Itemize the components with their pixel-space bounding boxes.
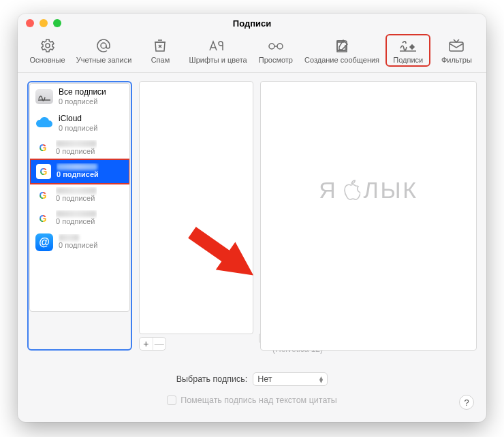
gear-icon <box>40 37 56 54</box>
add-button[interactable]: + <box>140 338 153 350</box>
minimize-button[interactable] <box>40 19 48 27</box>
close-button[interactable] <box>26 19 34 27</box>
account-item-google-selected[interactable]: G 0 подписей <box>29 159 130 184</box>
at-icon: @ <box>35 233 53 251</box>
account-name: iCloud <box>59 114 97 124</box>
redacted-text <box>57 163 97 170</box>
account-item-all[interactable]: Все подписи 0 подписей <box>30 84 129 110</box>
account-item-google[interactable]: G 0 подписей <box>30 207 129 230</box>
choose-signature-label: Выбрать подпись: <box>176 374 248 384</box>
tab-signatures[interactable]: Подписи <box>385 34 430 67</box>
redacted-text <box>56 187 97 194</box>
tab-label: Шрифты и цвета <box>189 56 247 64</box>
titlebar: Подписи <box>18 14 486 33</box>
signatures-list[interactable] <box>139 81 253 334</box>
tab-label: Основные <box>29 56 65 64</box>
account-count: 0 подписей <box>59 97 106 107</box>
tab-composing[interactable]: Создание сообщения <box>302 34 382 67</box>
google-icon: G <box>36 164 51 179</box>
svg-point-1 <box>101 43 106 48</box>
tab-label: Учетные записи <box>76 56 132 64</box>
add-remove-control: + — <box>139 337 166 351</box>
select-value: Нет <box>257 374 272 384</box>
tab-junk[interactable]: Спам <box>138 34 183 67</box>
toolbar: Основные Учетные записи Спам Шрифты и цв… <box>18 33 486 73</box>
zoom-button[interactable] <box>53 19 61 27</box>
tab-label: Подписи <box>393 56 423 64</box>
cloud-icon <box>35 114 53 132</box>
above-quote-label: Помещать подпись над текстом цитаты <box>180 395 337 405</box>
choose-signature-select[interactable]: Нет ▴▾ <box>253 372 328 386</box>
svg-point-0 <box>46 44 50 48</box>
accounts-list[interactable]: Все подписи 0 подписей iCloud 0 подписей… <box>29 83 130 312</box>
window-controls <box>26 19 61 27</box>
account-item-icloud[interactable]: iCloud 0 подписей <box>30 110 129 137</box>
tab-label: Создание сообщения <box>304 56 379 64</box>
account-name: Все подписи <box>59 87 106 97</box>
account-count: 0 подписей <box>59 241 97 250</box>
content-area: Все подписи 0 подписей iCloud 0 подписей… <box>18 73 486 351</box>
account-count: 0 подписей <box>56 147 97 157</box>
tab-label: Спам <box>151 56 170 64</box>
choose-signature-row: Выбрать подпись: Нет ▴▾ <box>27 372 477 386</box>
account-count: 0 подписей <box>57 170 99 180</box>
envelope-filter-icon <box>447 37 465 54</box>
tab-rules[interactable]: Фильтры <box>434 34 479 67</box>
above-quote-checkbox[interactable] <box>167 395 176 405</box>
account-item-mail[interactable]: @ 0 подписей <box>30 230 129 255</box>
redacted-text <box>59 234 79 241</box>
tab-general[interactable]: Основные <box>25 34 70 67</box>
signature-icon <box>398 37 418 54</box>
svg-point-2 <box>269 44 274 49</box>
apple-icon <box>340 179 360 202</box>
compose-icon <box>334 37 350 54</box>
google-icon: G <box>35 211 50 226</box>
glasses-icon <box>266 37 285 54</box>
at-icon <box>95 37 112 54</box>
account-count: 0 подписей <box>59 124 97 133</box>
signature-icon <box>35 89 53 104</box>
google-icon: G <box>35 140 50 155</box>
svg-rect-5 <box>450 42 463 51</box>
window-title: Подписи <box>18 18 486 29</box>
font-icon <box>208 37 228 54</box>
preferences-window: Подписи Основные Учетные записи Спам Шри… <box>18 14 486 422</box>
lower-controls: Всегда использовать шрифт по умолчанию (… <box>18 351 486 413</box>
google-icon: G <box>35 188 50 203</box>
account-item-google[interactable]: G 0 подписей <box>30 137 129 160</box>
above-quote-row: Помещать подпись над текстом цитаты <box>27 395 477 405</box>
account-item-google[interactable]: G 0 подписей <box>30 184 129 207</box>
tab-label: Фильтры <box>441 56 472 64</box>
account-count: 0 подписей <box>56 217 97 227</box>
trash-x-icon <box>152 37 168 54</box>
svg-point-3 <box>277 44 283 49</box>
accounts-panel-highlight: Все подписи 0 подписей iCloud 0 подписей… <box>27 81 132 351</box>
signature-editor[interactable]: Я ЛЫК <box>260 81 477 351</box>
tab-viewing[interactable]: Просмотр <box>253 34 298 67</box>
redacted-text <box>56 210 97 217</box>
chevron-updown-icon: ▴▾ <box>319 376 323 383</box>
tab-label: Просмотр <box>259 56 293 64</box>
tab-fonts[interactable]: Шрифты и цвета <box>187 34 250 67</box>
account-count: 0 подписей <box>56 194 97 204</box>
remove-button[interactable]: — <box>153 338 166 350</box>
help-button[interactable]: ? <box>459 395 474 410</box>
tab-accounts[interactable]: Учетные записи <box>74 34 135 67</box>
redacted-text <box>56 140 97 147</box>
watermark: Я ЛЫК <box>319 177 418 204</box>
